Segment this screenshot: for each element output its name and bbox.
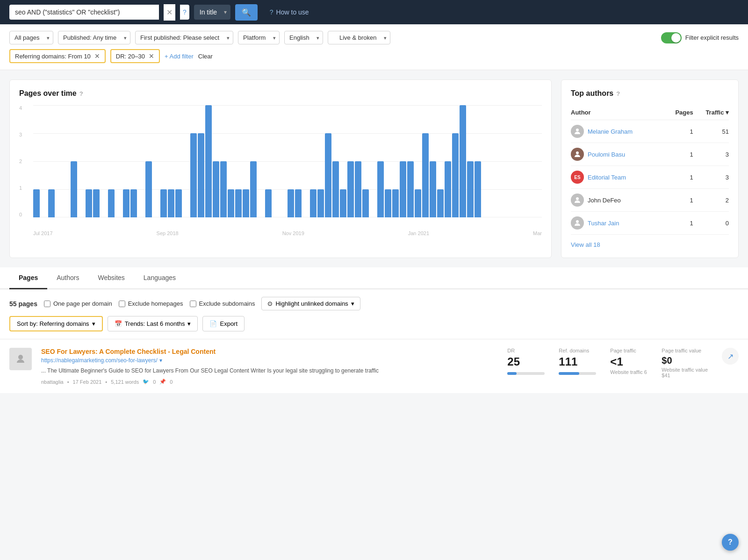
chart-bar-15: [145, 161, 152, 217]
chart-bar-43: [355, 161, 361, 217]
search-help-icon[interactable]: ?: [180, 5, 189, 20]
published-select[interactable]: Published: Any time: [58, 31, 130, 44]
page-traffic-value-label: Page traffic value: [662, 348, 708, 353]
trend-chart-icon[interactable]: ↗: [722, 348, 739, 365]
exclude-subdomains-checkbox[interactable]: [190, 301, 196, 307]
filter-explicit-label: Filter explicit results: [685, 34, 739, 41]
author-link-5[interactable]: Tushar Jain: [571, 216, 666, 230]
top-bar: ✕ ? In title 🔍 ? How to use: [0, 0, 748, 24]
chart-wrap: 4 3 2 1 0 Jul 2017 Sep 2018 Nov 2019 Jan…: [19, 105, 542, 236]
authors-panel: Top authors ? Author Pages Traffic ▾: [561, 79, 739, 258]
tab-pages[interactable]: Pages: [9, 267, 47, 289]
tab-websites[interactable]: Websites: [89, 267, 134, 289]
live-broken-select[interactable]: Live & broken: [328, 31, 390, 44]
y-label-0: 0: [19, 212, 22, 217]
author-name-3: Editorial Team: [588, 174, 626, 181]
filter-referring-domains-label: Referring domains: From 10: [15, 53, 91, 60]
trend-label: Trends: Last 6 months: [125, 320, 185, 327]
view-all-link[interactable]: View all 18: [571, 241, 729, 248]
chart-panel: Pages over time ? 4 3 2 1 0: [9, 79, 552, 258]
chart-bar-39: [325, 133, 331, 217]
chart-bar-22: [198, 133, 204, 217]
author-pages-5: 1: [666, 212, 693, 235]
exclude-homepages-label[interactable]: Exclude homepages: [119, 300, 183, 307]
add-filter-button[interactable]: + Add filter: [165, 53, 194, 60]
author-avatar-1: [571, 125, 584, 138]
chart-bar-42: [347, 161, 354, 217]
exclude-homepages-checkbox[interactable]: [119, 301, 125, 307]
result-title[interactable]: SEO For Lawyers: A Complete Checklist - …: [41, 348, 498, 355]
highlight-unlinked-domains-button[interactable]: ⊙ Highlight unlinked domains ▾: [261, 297, 360, 310]
clear-filters-button[interactable]: Clear: [198, 53, 213, 60]
website-traffic-label: Website traffic: [610, 369, 642, 375]
trend-chevron-icon: ▾: [187, 320, 191, 327]
svg-point-4: [18, 355, 23, 359]
author-link-2[interactable]: Poulomi Basu: [571, 148, 666, 161]
in-title-select-wrapper: In title: [194, 5, 230, 20]
ref-domains-value: 111: [559, 355, 596, 368]
meta-twitter-count: 0: [153, 379, 156, 385]
how-to-use-link[interactable]: ? How to use: [270, 8, 309, 16]
result-meta: nbattaglia • 17 Feb 2021 • 5,121 words 🐦…: [41, 379, 498, 385]
remove-dr-filter[interactable]: ✕: [149, 52, 154, 60]
tab-authors[interactable]: Authors: [47, 267, 88, 289]
filter-explicit-toggle[interactable]: Filter explicit results: [661, 32, 739, 43]
language-select-wrap: English: [284, 31, 323, 44]
chart-bar-41: [340, 189, 346, 217]
page-traffic-value: <1: [610, 355, 647, 368]
author-avatar-5: [571, 216, 584, 230]
author-avatar-2: [571, 148, 584, 161]
chart-bar-49: [400, 161, 406, 217]
author-name-5: Tushar Jain: [588, 220, 619, 227]
trends-button[interactable]: 📅 Trends: Last 6 months ▾: [108, 316, 198, 331]
chart-bar-13: [130, 189, 137, 217]
platform-select[interactable]: Platform: [238, 31, 280, 44]
toggle-track[interactable]: [661, 32, 682, 43]
all-pages-select[interactable]: All pages: [9, 31, 53, 44]
author-link-1[interactable]: Melanie Graham: [571, 125, 666, 138]
one-page-per-domain-checkbox[interactable]: [44, 301, 50, 307]
export-button[interactable]: 📄 Export: [202, 316, 245, 331]
author-traffic-4: 2: [693, 189, 729, 212]
result-url[interactable]: https://nablegalmarketing.com/seo-for-la…: [41, 357, 498, 364]
x-label-sep2018: Sep 2018: [157, 230, 179, 236]
remove-referring-domains-filter[interactable]: ✕: [94, 52, 100, 60]
chart-help-icon[interactable]: ?: [79, 90, 83, 97]
author-link-3[interactable]: ES Editorial Team: [571, 171, 666, 184]
author-cell-3: ES Editorial Team: [571, 166, 666, 189]
search-button[interactable]: 🔍: [235, 4, 258, 21]
meta-pinterest-icon: 📌: [159, 379, 166, 385]
chart-bar-47: [385, 189, 391, 217]
chart-bar-56: [452, 133, 459, 217]
author-traffic-1: 51: [693, 120, 729, 143]
author-pages-1: 1: [666, 120, 693, 143]
chart-bar-52: [422, 133, 429, 217]
search-clear-button[interactable]: ✕: [164, 4, 175, 21]
sort-controls: Sort by: Referring domains ▾ 📅 Trends: L…: [9, 316, 739, 331]
exclude-subdomains-label[interactable]: Exclude subdomains: [190, 300, 255, 307]
chart-bar-44: [362, 189, 369, 217]
chart-title: Pages over time ?: [19, 89, 542, 98]
author-pages-2: 1: [666, 143, 693, 166]
website-traffic-value-label: Website traffic value: [662, 367, 708, 373]
one-page-per-domain-label[interactable]: One page per domain: [44, 300, 112, 307]
chart-bar-46: [377, 161, 384, 217]
result-metrics: DR 25 Ref. domains 111 Page traffic <1 W…: [507, 348, 739, 378]
chart-bar-2: [48, 189, 55, 217]
sort-by-button[interactable]: Sort by: Referring domains ▾: [9, 316, 103, 331]
author-row-5: Tushar Jain 1 0: [571, 212, 729, 235]
chart-bar-0: [33, 189, 40, 217]
in-title-select[interactable]: In title: [194, 5, 230, 20]
authors-help-icon[interactable]: ?: [616, 90, 620, 97]
search-input[interactable]: [9, 5, 159, 20]
chart-bar-40: [332, 161, 339, 217]
author-avatar-3: ES: [571, 171, 584, 184]
tab-languages[interactable]: Languages: [134, 267, 185, 289]
sort-label: Sort by: Referring domains: [17, 320, 89, 327]
meta-twitter-icon: 🐦: [143, 379, 149, 385]
chart-bar-8: [93, 189, 100, 217]
first-published-select[interactable]: First published: Please select: [135, 31, 233, 44]
language-select[interactable]: English: [284, 31, 323, 44]
metric-dr: DR 25: [507, 348, 545, 378]
chart-bar-57: [460, 105, 466, 217]
